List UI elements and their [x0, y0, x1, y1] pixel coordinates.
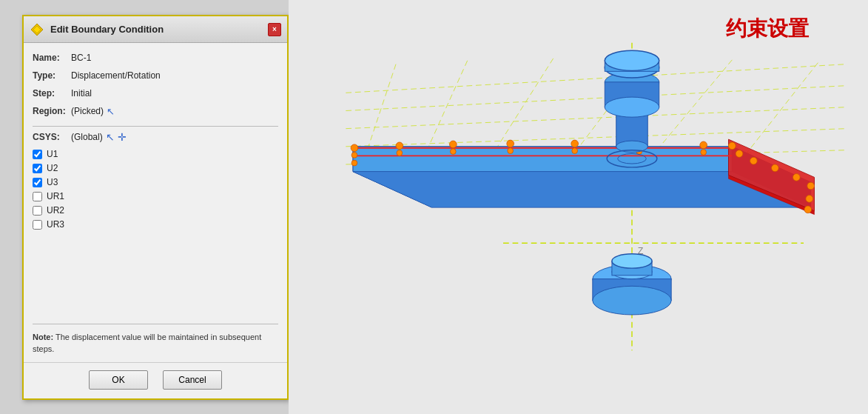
checkbox-u3[interactable]: [33, 178, 42, 187]
button-row: OK Cancel: [24, 362, 287, 398]
checkbox-ur3-row: UR3: [33, 219, 278, 230]
svg-point-26: [351, 144, 358, 152]
checkbox-ur1[interactable]: [33, 192, 42, 201]
svg-point-42: [351, 153, 357, 158]
dialog-body: Name: BC-1 Type: Displacement/Rotation S…: [24, 43, 287, 362]
csys-icons: ↖ ✛: [106, 131, 127, 143]
csys-row: CSYS: (Global) ↖ ✛: [33, 131, 278, 143]
step-value: Initial: [71, 88, 92, 99]
svg-point-43: [351, 160, 357, 166]
name-label: Name:: [33, 53, 71, 63]
svg-point-27: [396, 142, 403, 150]
csys-axes-icon[interactable]: ✛: [118, 131, 127, 143]
svg-point-58: [605, 50, 659, 70]
svg-point-34: [729, 142, 736, 150]
checkbox-u3-label: U3: [47, 177, 58, 187]
divider-1: [33, 126, 278, 127]
checkbox-ur1-label: UR1: [47, 191, 64, 201]
svg-line-2: [346, 64, 847, 93]
svg-point-63: [593, 286, 671, 315]
dialog-icon: [30, 22, 44, 37]
svg-point-47: [572, 148, 578, 154]
scene-svg: Z: [289, 0, 868, 414]
svg-point-40: [806, 196, 813, 203]
svg-point-36: [750, 157, 758, 164]
dialog-title: Edit Boundary Condition: [50, 24, 262, 35]
svg-point-44: [397, 150, 403, 156]
checkbox-u2-row: U2: [33, 163, 278, 173]
svg-point-46: [508, 148, 514, 154]
region-row: Region: (Picked) ↖: [33, 104, 278, 118]
csys-value: (Global): [71, 132, 103, 142]
svg-line-4: [346, 107, 847, 129]
name-value: BC-1: [71, 53, 91, 63]
type-label: Type:: [33, 70, 71, 81]
checkbox-u1-row: U1: [33, 149, 278, 159]
note-text: The displacement value will be maintaine…: [33, 333, 261, 353]
ok-button[interactable]: OK: [89, 370, 148, 390]
svg-point-29: [507, 140, 514, 147]
checkbox-u1-label: U1: [47, 149, 58, 159]
svg-point-39: [807, 182, 815, 190]
svg-point-55: [605, 97, 659, 117]
cancel-button[interactable]: Cancel: [163, 370, 222, 390]
checkbox-ur2-row: UR2: [33, 205, 278, 216]
csys-label: CSYS:: [33, 132, 71, 142]
svg-point-38: [793, 174, 801, 181]
checkbox-u3-row: U3: [33, 177, 278, 187]
svg-point-28: [450, 141, 457, 148]
region-label: Region:: [33, 106, 71, 116]
checkbox-ur3-label: UR3: [47, 219, 64, 230]
region-pick-cursor[interactable]: ↖: [107, 106, 115, 117]
close-button[interactable]: ×: [268, 23, 281, 36]
checkbox-ur3[interactable]: [33, 220, 42, 230]
step-label: Step:: [33, 88, 71, 99]
svg-point-32: [700, 141, 707, 149]
checkbox-ur1-row: UR1: [33, 191, 278, 201]
checkbox-u2[interactable]: [33, 164, 42, 173]
type-row: Type: Displacement/Rotation: [33, 68, 278, 83]
region-value: (Picked): [71, 106, 104, 116]
svg-point-30: [571, 140, 579, 147]
svg-line-3: [346, 86, 847, 111]
svg-marker-19: [353, 147, 732, 172]
edit-boundary-dialog: Edit Boundary Condition × Name: BC-1 Typ…: [22, 15, 289, 400]
dialog-titlebar: Edit Boundary Condition ×: [24, 16, 287, 43]
svg-point-41: [804, 206, 812, 213]
svg-point-49: [701, 150, 707, 156]
step-row: Step: Initial: [33, 86, 278, 101]
csys-pick-icon[interactable]: ↖: [106, 131, 115, 143]
note-section: Note: The displacement value will be mai…: [33, 324, 278, 355]
svg-point-35: [736, 150, 743, 158]
checkbox-ur2[interactable]: [33, 206, 42, 216]
checkbox-u1[interactable]: [33, 150, 42, 159]
checkbox-ur2-label: UR2: [47, 205, 64, 216]
svg-point-66: [612, 254, 652, 268]
svg-line-5: [346, 129, 847, 147]
3d-viewport: 约束设置 Z: [289, 0, 868, 414]
svg-point-37: [772, 164, 779, 172]
type-value: Displacement/Rotation: [71, 70, 161, 81]
name-row: Name: BC-1: [33, 50, 278, 65]
checkbox-u2-label: U2: [47, 163, 58, 173]
note-label: Note:: [33, 333, 53, 341]
svg-point-45: [450, 149, 456, 155]
